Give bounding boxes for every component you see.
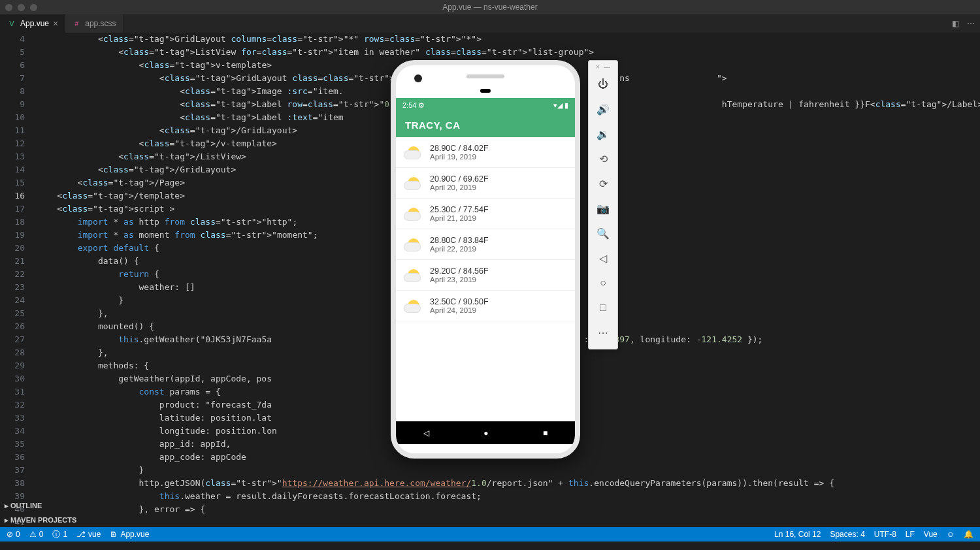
forecast-row[interactable]: 32.50C / 90.50FApril 24, 2019 xyxy=(396,291,575,321)
more-icon[interactable]: ⋯ xyxy=(588,320,618,345)
back-icon[interactable]: ◁ xyxy=(588,246,618,270)
editor-actions: ◧ ⋯ xyxy=(952,14,980,33)
nav-back[interactable]: ◁ xyxy=(423,429,429,438)
weather-icon xyxy=(404,142,423,162)
outline-section[interactable]: ▸OUTLINE xyxy=(0,498,127,513)
status-spaces[interactable]: Spaces: 4 xyxy=(830,530,864,539)
window-titlebar: App.vue — ns-vue-weather xyxy=(0,0,980,14)
emulator-toolbar: × — ⏻ 🔊 🔉 ⟲ ⟳ 📷 🔍 ◁ ○ □ ⋯ xyxy=(588,60,618,349)
more-icon[interactable]: ⋯ xyxy=(967,19,975,28)
temperature: 28.80C / 83.84F xyxy=(430,236,489,245)
rotate-left-icon[interactable]: ⟲ xyxy=(588,146,618,171)
split-editor-icon[interactable]: ◧ xyxy=(952,19,959,28)
status-branch[interactable]: ⎇ vue xyxy=(76,530,101,539)
nav-overview[interactable]: ■ xyxy=(543,429,547,438)
status-file[interactable]: 🗎 App.vue xyxy=(110,530,149,539)
status-eol[interactable]: LF xyxy=(906,530,915,539)
window-controls xyxy=(5,4,37,11)
weather-icon xyxy=(404,265,423,285)
android-nav-bar: ◁ ● ■ xyxy=(396,421,575,444)
weather-icon xyxy=(404,204,423,223)
forecast-date: April 22, 2019 xyxy=(430,245,489,253)
sidebar-footer: ▸OUTLINE ▸MAVEN PROJECTS xyxy=(0,498,127,527)
forecast-row[interactable]: 28.80C / 83.84FApril 22, 2019 xyxy=(396,229,575,260)
zoom-icon[interactable]: 🔍 xyxy=(588,221,618,246)
forecast-date: April 21, 2019 xyxy=(430,214,489,222)
forecast-row[interactable]: 20.90C / 69.62FApril 20, 2019 xyxy=(396,168,575,199)
editor-tab[interactable]: #app.scss xyxy=(65,14,123,33)
weather-icon xyxy=(404,173,423,193)
camera-icon[interactable]: 📷 xyxy=(588,196,618,221)
overview-icon[interactable]: □ xyxy=(588,295,618,320)
close-window[interactable] xyxy=(5,4,12,11)
status-cursor[interactable]: Ln 16, Col 12 xyxy=(774,530,821,539)
temperature: 32.50C / 90.50F xyxy=(430,297,489,306)
emulator-device: 2:54 ⚙ ▾◢ ▮ TRACY, CA 28.90C / 84.02FApr… xyxy=(391,60,580,459)
editor-tab[interactable]: VApp.vue× xyxy=(1,14,65,33)
forecast-date: April 20, 2019 xyxy=(430,184,489,191)
forecast-date: April 23, 2019 xyxy=(430,276,489,283)
home-icon[interactable]: ○ xyxy=(588,270,618,295)
forecast-row[interactable]: 29.20C / 84.56FApril 23, 2019 xyxy=(396,260,575,291)
minimize-window[interactable] xyxy=(18,4,25,11)
volume-up-icon[interactable]: 🔊 xyxy=(588,97,618,121)
forecast-row[interactable]: 25.30C / 77.54FApril 21, 2019 xyxy=(396,199,575,229)
close-tab[interactable]: × xyxy=(53,18,58,29)
temperature: 25.30C / 77.54F xyxy=(430,205,489,214)
maven-section[interactable]: ▸MAVEN PROJECTS xyxy=(0,513,127,527)
power-icon[interactable]: ⏻ xyxy=(588,72,618,97)
status-feedback-icon[interactable]: ☺ xyxy=(947,530,955,539)
phone-screen[interactable]: 2:54 ⚙ ▾◢ ▮ TRACY, CA 28.90C / 84.02FApr… xyxy=(396,98,575,453)
nav-home[interactable]: ● xyxy=(483,429,488,438)
forecast-date: April 24, 2019 xyxy=(430,306,489,314)
editor-tabs: VApp.vue×#app.scss ◧ ⋯ xyxy=(1,14,980,33)
forecast-row[interactable]: 28.90C / 84.02FApril 19, 2019 xyxy=(396,137,575,168)
window-title: App.vue — ns-vue-weather xyxy=(442,3,537,12)
volume-down-icon[interactable]: 🔉 xyxy=(588,121,618,146)
phone-camera xyxy=(414,74,422,82)
status-errors[interactable]: ⊘ 0 xyxy=(7,530,20,539)
status-icons: ▾◢ ▮ xyxy=(553,101,568,110)
android-status-bar: 2:54 ⚙ ▾◢ ▮ xyxy=(396,98,575,112)
rotate-right-icon[interactable]: ⟳ xyxy=(588,171,618,196)
forecast-date: April 19, 2019 xyxy=(430,153,489,161)
status-warnings[interactable]: ⚠ 0 xyxy=(29,530,44,539)
phone-speaker xyxy=(466,74,504,78)
zoom-window[interactable] xyxy=(30,4,37,11)
status-language[interactable]: Vue xyxy=(924,530,938,539)
emu-minimize[interactable]: — xyxy=(604,63,610,71)
temperature: 29.20C / 84.56F xyxy=(430,267,489,276)
weather-icon xyxy=(404,235,423,254)
app-title-bar: TRACY, CA xyxy=(396,112,575,137)
status-bar: ⊘ 0 ⚠ 0 ⓘ 1 ⎇ vue 🗎 App.vue Ln 16, Col 1… xyxy=(0,527,980,542)
phone-sensor xyxy=(480,89,491,93)
temperature: 20.90C / 69.62F xyxy=(430,174,489,184)
temperature: 28.90C / 84.02F xyxy=(430,144,489,153)
emu-close[interactable]: × xyxy=(596,63,600,71)
status-bell-icon[interactable]: 🔔 xyxy=(964,530,973,539)
status-encoding[interactable]: UTF-8 xyxy=(874,530,896,539)
status-info[interactable]: ⓘ 1 xyxy=(52,529,67,540)
weather-icon xyxy=(404,296,423,315)
